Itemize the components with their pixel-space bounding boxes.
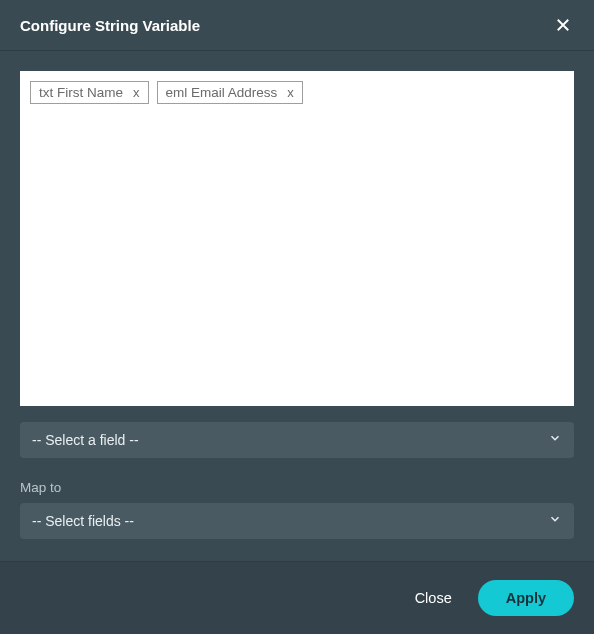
map-to-label: Map to <box>20 480 574 495</box>
modal-footer: Close Apply <box>0 561 594 634</box>
map-to-dropdown[interactable]: -- Select fields -- <box>20 503 574 539</box>
field-chip[interactable]: eml Email Address x <box>157 81 303 104</box>
chip-label: txt First Name <box>39 85 123 100</box>
apply-button[interactable]: Apply <box>478 580 574 616</box>
modal-title: Configure String Variable <box>20 17 200 34</box>
chip-remove-icon[interactable]: x <box>287 86 294 99</box>
modal-body: txt First Name x eml Email Address x -- … <box>0 51 594 561</box>
configure-string-variable-modal: Configure String Variable txt First Name… <box>0 0 594 634</box>
modal-header: Configure String Variable <box>0 0 594 51</box>
chip-remove-icon[interactable]: x <box>133 86 140 99</box>
chip-label: eml Email Address <box>166 85 278 100</box>
chip-list: txt First Name x eml Email Address x <box>30 81 564 104</box>
close-icon[interactable] <box>552 14 574 36</box>
close-button[interactable]: Close <box>415 590 452 606</box>
variable-content-area[interactable]: txt First Name x eml Email Address x <box>20 71 574 406</box>
field-chip[interactable]: txt First Name x <box>30 81 149 104</box>
select-field-dropdown[interactable]: -- Select a field -- <box>20 422 574 458</box>
